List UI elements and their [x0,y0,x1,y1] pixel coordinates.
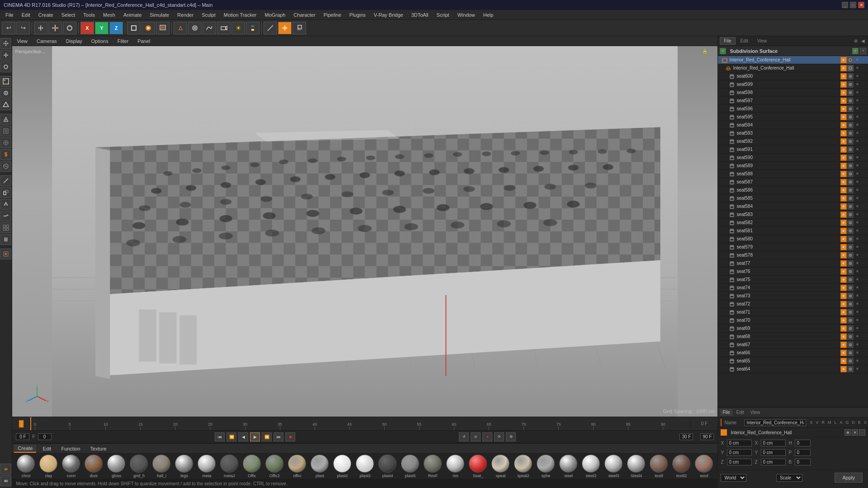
h-input[interactable] [795,440,811,446]
x-input[interactable] [727,440,752,446]
seat-orange-seat588[interactable]: ■ [840,171,847,177]
tree-item-seat579[interactable]: seat579 ■ ✕ · [718,243,868,251]
seat-orange-seat72[interactable]: ■ [840,301,847,307]
seat-x-seat66[interactable]: ✕ [854,350,860,356]
tree-item-seat76[interactable]: seat76 ■ ✕ · [718,267,868,276]
scale-tool-btn[interactable] [48,22,62,34]
seat-dot-seat590[interactable]: · [861,155,867,161]
python-btn[interactable] [246,22,259,34]
seat-dot-seat68[interactable]: · [861,333,867,340]
seat-dot-seat585[interactable]: · [861,195,867,202]
scale-left-btn[interactable] [0,50,11,61]
seat-orange-seat580[interactable]: ■ [840,236,847,242]
tree-item-seat584[interactable]: seat584 ■ ✕ · [718,202,868,211]
tree-item-seat578[interactable]: seat578 ■ ✕ · [718,251,868,259]
timeline-marker-40[interactable]: 40 [312,417,317,430]
seat-x-seat591[interactable]: ✕ [854,146,860,153]
menu-3dtoall[interactable]: 3DToAll [408,11,432,19]
seat-orange-seat70[interactable]: ■ [840,317,847,324]
seat-x-seat587[interactable]: ✕ [854,179,860,185]
subdiv-check-icon[interactable]: ✓ [720,48,726,54]
seat-orange-seat75[interactable]: ■ [840,277,847,283]
tree-item-seat74[interactable]: seat74 ■ ✕ · [718,284,868,292]
tree-item-seat69[interactable]: seat69 ■ ✕ · [718,324,868,333]
mat-tab-edit[interactable]: Edit [39,445,55,452]
material-item-textil2[interactable]: textil2 [671,455,691,478]
xaxis-btn[interactable]: X [80,22,94,34]
fps-display[interactable]: 30 F [679,433,693,440]
seat-x-seat584[interactable]: ✕ [854,203,860,210]
menu-render[interactable]: Render [174,11,197,19]
dollar-icon[interactable]: $ [0,149,11,160]
seat-x-seat578[interactable]: ✕ [854,252,860,258]
seat-vis-seat583[interactable] [847,211,854,218]
z2-input[interactable] [761,459,786,465]
zaxis-btn[interactable]: Z [109,22,123,34]
hall-vis[interactable] [847,65,854,71]
seat-dot-seat580[interactable]: · [861,236,867,242]
tree-item-seat587[interactable]: seat587 ■ ✕ · [718,178,868,186]
mode12-btn[interactable] [0,234,11,245]
extrude-btn[interactable] [292,22,306,34]
seat-orange-seat578[interactable]: ■ [840,252,847,258]
mode11-btn[interactable] [0,222,11,233]
pen-tool-btn[interactable] [264,22,277,34]
rotate-tool-btn[interactable] [63,22,76,34]
seat-vis-seat69[interactable] [847,325,854,332]
y-input[interactable] [727,449,752,456]
tree-item-seat597[interactable]: seat597 ■ ✕ · [718,97,868,105]
seat-vis-seat70[interactable] [847,317,854,324]
seat-orange-seat594[interactable]: ■ [840,122,847,128]
menu-vray[interactable]: V-Ray Bridge [370,11,407,19]
material-item-sphe[interactable]: sphe [536,455,556,478]
seat-vis-seat588[interactable] [847,171,854,177]
timeline-marker-65[interactable]: 65 [486,417,491,430]
seat-x-seat600[interactable]: ✕ [854,73,860,80]
timeline-marker-5[interactable]: 5 [69,417,71,430]
null-obj-btn[interactable] [188,22,202,34]
material-item-rim[interactable]: rim [445,455,465,478]
seat-vis-seat76[interactable] [847,268,854,275]
timeline-marker-25[interactable]: 25 [208,417,212,430]
coord-system-select[interactable]: World Local Object [721,474,746,482]
timeline-marker-35[interactable]: 35 [278,417,282,430]
display-menu[interactable]: Display [63,38,85,45]
tree-item-seat75[interactable]: seat75 ■ ✕ · [718,276,868,284]
material-item-textil[interactable]: textil [649,455,669,478]
seat-x-seat599[interactable]: ✕ [854,81,860,88]
seat-dot-seat70[interactable]: · [861,317,867,324]
right-tab-edit[interactable]: Edit [736,37,752,45]
rb-tab-view[interactable]: View [748,409,763,416]
seat-dot-seat593[interactable]: · [861,130,867,136]
seat-vis-seat587[interactable] [847,179,854,185]
seat-x-seat589[interactable]: ✕ [854,163,860,169]
seat-x-seat75[interactable]: ✕ [854,277,860,283]
mode3-btn[interactable] [0,99,11,110]
seat-orange-seat581[interactable]: ■ [840,228,847,234]
seat-orange-seat77[interactable]: ■ [840,260,847,267]
seat-vis-seat67[interactable] [847,342,854,348]
focus-icon[interactable]: ⊕ [686,48,693,54]
object-color-swatch[interactable] [721,419,722,426]
z-input[interactable] [727,459,752,465]
seat-x-seat593[interactable]: ✕ [854,130,860,136]
timeline-marker-75[interactable]: 75 [557,417,561,430]
seat-orange-seat69[interactable]: ■ [840,325,847,332]
tree-item-seat64[interactable]: seat64 ■ ✕ · [718,365,868,373]
tree-item-seat585[interactable]: seat585 ■ ✕ · [718,194,868,202]
seat-orange-seat586[interactable]: ■ [840,187,847,193]
mat-tab-create[interactable]: Create [14,445,36,453]
seat-vis-seat600[interactable] [847,73,854,80]
seat-x-seat592[interactable]: ✕ [854,138,860,145]
seat-dot-seat586[interactable]: · [861,187,867,193]
tree-item-seat600[interactable]: seat600 ■ ✕ · [718,72,868,80]
onion-btn[interactable]: ⊙ [471,432,481,441]
menu-mograph[interactable]: MoGraph [261,11,289,19]
seat-x-seat598[interactable]: ✕ [854,89,860,96]
seat-dot-seat587[interactable]: · [861,179,867,185]
menu-create[interactable]: Create [35,11,57,19]
step-back-btn[interactable]: ⏪ [226,432,236,441]
seat-dot-seat598[interactable]: · [861,89,867,96]
right-tab-file[interactable]: File [720,37,735,45]
seat-x-seat583[interactable]: ✕ [854,211,860,218]
